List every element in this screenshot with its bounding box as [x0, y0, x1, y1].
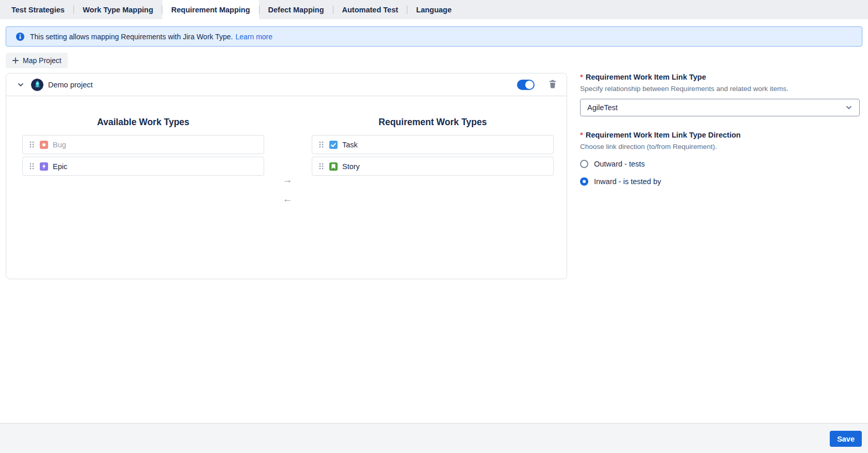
- link-type-label: *Requirement Work Item Link Type: [580, 73, 860, 81]
- work-type-label: Task: [342, 141, 358, 149]
- toggle-knob: [525, 81, 534, 89]
- requirement-work-types-column: Requirement Work Types Task: [312, 117, 554, 176]
- project-enabled-toggle[interactable]: [517, 80, 535, 90]
- available-work-types-list: Bug Epic: [22, 135, 264, 176]
- collapse-chevron-icon[interactable]: [14, 79, 27, 91]
- project-card-header: Demo project: [6, 73, 567, 96]
- map-project-button[interactable]: Map Project: [6, 53, 68, 68]
- radio-label: Inward - is tested by: [594, 177, 661, 186]
- available-work-types-title: Available Work Types: [22, 117, 264, 128]
- required-asterisk: *: [580, 73, 583, 81]
- drag-handle-icon[interactable]: [28, 162, 35, 170]
- banner-message: This setting allows mapping Requirements…: [30, 33, 233, 41]
- available-work-types-column: Available Work Types Bug: [22, 117, 264, 176]
- link-direction-label: *Requirement Work Item Link Type Directi…: [580, 131, 860, 139]
- drag-handle-icon[interactable]: [28, 141, 35, 148]
- radio-option-outward[interactable]: Outward - tests: [580, 160, 645, 168]
- requirement-mapping-page: Test Strategies Work Type Mapping Requir…: [0, 0, 868, 453]
- info-banner: This setting allows mapping Requirements…: [6, 26, 862, 47]
- required-asterisk: *: [580, 131, 583, 139]
- radio-option-inward[interactable]: Inward - is tested by: [580, 177, 661, 186]
- work-type-item-epic[interactable]: Epic: [22, 157, 264, 176]
- tab-work-type-mapping[interactable]: Work Type Mapping: [74, 0, 162, 19]
- requirement-work-types-title: Requirement Work Types: [312, 117, 554, 128]
- work-type-label: Bug: [53, 141, 66, 149]
- drag-handle-icon[interactable]: [318, 162, 325, 170]
- project-name: Demo project: [48, 81, 93, 89]
- work-type-label: Story: [342, 162, 360, 171]
- drag-handle-icon[interactable]: [318, 141, 325, 148]
- work-type-item-task[interactable]: Task: [312, 135, 554, 154]
- link-type-field: *Requirement Work Item Link Type Specify…: [580, 73, 860, 116]
- save-button[interactable]: Save: [830, 431, 862, 447]
- page-footer: Save: [0, 423, 868, 453]
- radio-label: Outward - tests: [594, 160, 645, 168]
- bug-icon: [40, 141, 48, 149]
- tab-requirement-mapping[interactable]: Requirement Mapping: [162, 0, 258, 19]
- move-left-arrow-button[interactable]: ←: [281, 193, 294, 205]
- learn-more-link[interactable]: Learn more: [235, 33, 272, 41]
- radio-circle-selected[interactable]: [580, 177, 588, 186]
- link-direction-description: Choose link direction (to/from Requireme…: [580, 143, 860, 150]
- move-right-arrow-button[interactable]: →: [281, 174, 294, 186]
- settings-tab-bar: Test Strategies Work Type Mapping Requir…: [0, 0, 868, 19]
- story-icon: [329, 162, 338, 171]
- tab-language[interactable]: Language: [407, 0, 460, 19]
- link-type-selected-value: AgileTest: [587, 103, 618, 112]
- epic-icon: [40, 162, 48, 171]
- link-type-select[interactable]: AgileTest: [580, 99, 860, 116]
- tab-defect-mapping[interactable]: Defect Mapping: [260, 0, 333, 19]
- info-icon: [16, 33, 24, 41]
- radio-circle-unselected[interactable]: [580, 160, 588, 168]
- tab-test-strategies[interactable]: Test Strategies: [3, 0, 73, 19]
- requirement-work-types-list: Task Story: [312, 135, 554, 176]
- work-type-item-story[interactable]: Story: [312, 157, 554, 176]
- link-type-description: Specify relationship between Requirement…: [580, 85, 860, 93]
- map-project-label: Map Project: [23, 56, 62, 65]
- task-icon: [329, 141, 338, 149]
- project-avatar-rocket-icon: [31, 79, 43, 91]
- link-settings-panel: *Requirement Work Item Link Type Specify…: [580, 73, 860, 186]
- delete-project-trash-icon[interactable]: [547, 79, 558, 90]
- work-type-label: Epic: [53, 162, 67, 171]
- project-mapping-card: Demo project Available Work Types: [6, 73, 567, 279]
- link-direction-field: *Requirement Work Item Link Type Directi…: [580, 131, 860, 186]
- tab-automated-test[interactable]: Automated Test: [333, 0, 407, 19]
- plus-icon: [12, 57, 19, 64]
- work-type-item-bug[interactable]: Bug: [22, 135, 264, 154]
- chevron-down-icon: [845, 104, 852, 111]
